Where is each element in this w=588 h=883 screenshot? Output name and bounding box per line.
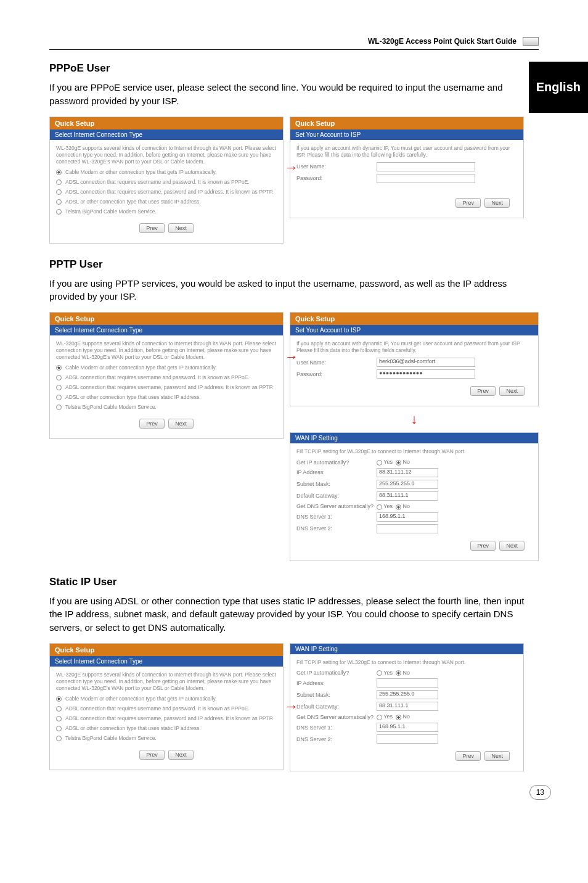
username-input[interactable]: herk036@adsl-comfort: [377, 358, 475, 367]
panel-intro: WL-320gE supports several kinds of conne…: [56, 145, 277, 165]
panel-subtitle: WAN IP Setting: [290, 433, 538, 443]
pptp-body: If you are using PPTP services, you woul…: [49, 277, 539, 304]
radio-no[interactable]: [396, 670, 401, 676]
next-button[interactable]: Next: [168, 419, 194, 429]
pppoe-right-panel: Quick Setup Set Your Account to ISP If y…: [290, 117, 524, 218]
static-left-panel: Quick Setup Select Internet Connection T…: [49, 643, 284, 770]
radio-opt[interactable]: [56, 405, 62, 410]
radio-opt[interactable]: [56, 189, 62, 195]
pppoe-heading: PPPoE User: [49, 62, 539, 75]
radio-opt[interactable]: [56, 706, 62, 712]
radio-opt[interactable]: [56, 365, 62, 371]
panel-subtitle: Select Internet Connection Type: [50, 325, 283, 335]
radio-yes[interactable]: [377, 460, 382, 466]
radio-yes[interactable]: [377, 670, 382, 676]
pptp-right-bottom-panel: WAN IP Setting Fill TCP/IP setting for W…: [290, 432, 539, 561]
radio-opt[interactable]: [56, 179, 62, 185]
dns2-input[interactable]: [377, 524, 438, 533]
radio-no[interactable]: [396, 715, 401, 720]
panel-intro: Fill TCP/IP setting for WL320gE to conne…: [296, 659, 517, 666]
panel-intro: If you apply an account with dynamic IP,…: [296, 145, 517, 158]
radio-opt[interactable]: [56, 199, 62, 205]
radio-opt[interactable]: [56, 696, 62, 702]
radio-opt[interactable]: [56, 170, 62, 175]
prev-button[interactable]: Prev: [139, 419, 165, 429]
next-button[interactable]: Next: [168, 223, 194, 233]
radio-no[interactable]: [396, 504, 401, 510]
gateway-input[interactable]: 88.31.111.1: [377, 491, 438, 501]
panel-intro: Fill TCP/IP setting for WL320gE to conne…: [296, 448, 532, 455]
radio-opt[interactable]: [56, 726, 62, 731]
radio-opt[interactable]: [56, 385, 62, 390]
pptp-right-top-panel: Quick Setup Set Your Account to ISP If y…: [290, 312, 539, 406]
device-icon: [523, 37, 539, 46]
ip-input[interactable]: 88.31.111.12: [377, 468, 438, 477]
pptp-heading: PPTP User: [49, 258, 539, 271]
next-button[interactable]: Next: [499, 541, 525, 551]
panel-subtitle: Select Internet Connection Type: [50, 129, 283, 140]
static-body: If you are using ADSL or other connectio…: [49, 594, 539, 635]
subnet-input[interactable]: 255.255.255.0: [377, 690, 438, 699]
panel-subtitle: Set Your Account to ISP: [290, 325, 538, 335]
prev-button[interactable]: Prev: [455, 751, 481, 761]
password-input[interactable]: [377, 174, 475, 183]
radio-opt[interactable]: [56, 716, 62, 721]
radio-no[interactable]: [396, 460, 401, 466]
static-heading: Static IP User: [49, 576, 539, 588]
password-input[interactable]: ●●●●●●●●●●●●●: [377, 369, 475, 379]
panel-title: Quick Setup: [50, 117, 283, 129]
page-header: WL-320gE Access Point Quick Start Guide: [49, 37, 539, 50]
gateway-input[interactable]: 88.31.111.1: [377, 702, 438, 711]
username-input[interactable]: [377, 162, 475, 171]
next-button[interactable]: Next: [499, 386, 525, 396]
next-button[interactable]: Next: [484, 198, 510, 208]
page-number: 13: [529, 785, 551, 800]
ip-input[interactable]: [377, 678, 438, 688]
prev-button[interactable]: Prev: [139, 223, 165, 233]
panel-subtitle: WAN IP Setting: [290, 644, 523, 654]
radio-opt[interactable]: [56, 395, 62, 400]
pptp-left-panel: Quick Setup Select Internet Connection T…: [49, 312, 284, 439]
radio-yes[interactable]: [377, 504, 382, 510]
panel-title: Quick Setup: [50, 644, 283, 656]
static-right-panel: WAN IP Setting Fill TCP/IP setting for W…: [290, 643, 524, 771]
panel-title: Quick Setup: [290, 313, 538, 325]
next-button[interactable]: Next: [168, 750, 194, 760]
arrow-icon: →: [285, 160, 298, 176]
panel-subtitle: Select Internet Connection Type: [50, 656, 283, 667]
panel-intro: WL-320gE supports several kinds of conne…: [56, 340, 277, 361]
radio-opt[interactable]: [56, 209, 62, 215]
subnet-input[interactable]: 255.255.255.0: [377, 480, 438, 489]
radio-yes[interactable]: [377, 715, 382, 720]
panel-intro: If you apply an account with dynamic IP,…: [296, 340, 532, 354]
dns1-input[interactable]: 168.95.1.1: [377, 723, 438, 732]
prev-button[interactable]: Prev: [470, 541, 496, 551]
prev-button[interactable]: Prev: [455, 198, 481, 208]
radio-opt[interactable]: [56, 736, 62, 741]
pppoe-left-panel: Quick Setup Select Internet Connection T…: [49, 117, 284, 244]
arrow-down-icon: ↓: [411, 411, 418, 427]
prev-button[interactable]: Prev: [470, 386, 496, 396]
dns1-input[interactable]: 168.95.1.1: [377, 512, 438, 522]
dns2-input[interactable]: [377, 734, 438, 744]
panel-title: Quick Setup: [50, 313, 283, 325]
guide-title: WL-320gE Access Point Quick Start Guide: [368, 37, 517, 46]
panel-intro: WL-320gE supports several kinds of conne…: [56, 671, 277, 692]
next-button[interactable]: Next: [484, 751, 510, 761]
arrow-icon: →: [285, 699, 298, 715]
panel-title: Quick Setup: [290, 117, 523, 129]
pppoe-body: If you are PPPoE service user, please se…: [49, 81, 539, 108]
prev-button[interactable]: Prev: [139, 750, 165, 760]
radio-opt[interactable]: [56, 375, 62, 380]
panel-subtitle: Set Your Account to ISP: [290, 129, 523, 140]
